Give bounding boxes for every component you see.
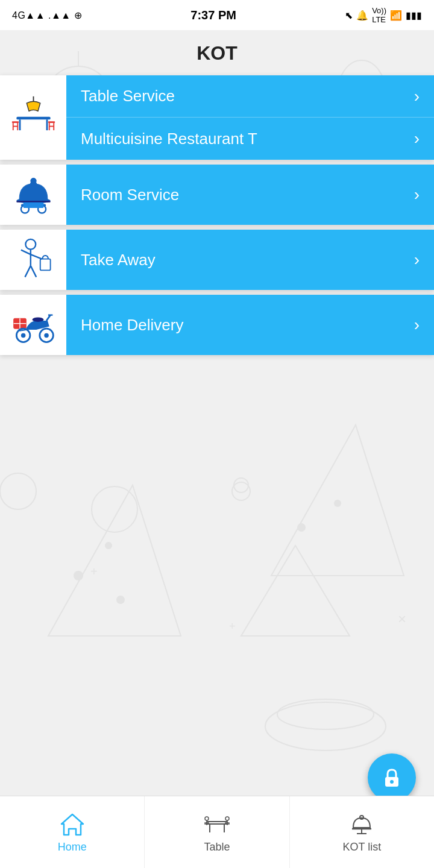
svg-point-8 <box>297 523 306 532</box>
svg-text:+: + <box>90 565 98 578</box>
svg-point-4 <box>74 571 83 580</box>
room-service-label: Room Service <box>81 186 179 204</box>
take-away-label: Take Away <box>81 251 156 269</box>
svg-rect-28 <box>48 121 54 123</box>
menu-item-table-service: Table Service › Multicuisine Restaurant … <box>0 75 434 160</box>
menu-item-room-service: Room Service › <box>0 165 434 225</box>
room-service-row[interactable]: Room Service › <box>66 165 434 225</box>
home-delivery-icon-box <box>0 295 66 355</box>
home-delivery-row[interactable]: Home Delivery › <box>66 295 434 355</box>
nav-kot-list[interactable]: KOT list <box>290 796 434 868</box>
svg-point-19 <box>234 478 248 492</box>
menu-item-take-away: Take Away › <box>0 230 434 290</box>
svg-point-68 <box>205 817 209 820</box>
svg-text:×: × <box>398 611 406 627</box>
svg-point-54 <box>44 333 49 338</box>
svg-line-46 <box>30 265 36 277</box>
table-service-icon-box <box>0 75 66 160</box>
svg-point-5 <box>105 542 112 549</box>
status-left: 4G▲▲ .▲▲ ⊕ <box>12 10 82 21</box>
nav-home[interactable]: Home <box>0 796 145 868</box>
chevron-right-icon: › <box>414 87 420 106</box>
svg-rect-44 <box>40 259 50 270</box>
table-service-icon <box>11 95 56 140</box>
multicuisine-row[interactable]: Multicuisine Restaurant T › <box>66 118 434 160</box>
kot-list-label: KOT list <box>342 841 381 854</box>
take-away-icon-box <box>0 230 66 290</box>
svg-point-33 <box>30 178 36 183</box>
svg-point-13 <box>92 486 137 532</box>
home-icon <box>59 811 86 837</box>
table-service-label: Table Service <box>81 87 175 105</box>
bluetooth-icon: ⬉ <box>345 10 353 21</box>
multicuisine-label: Multicuisine Restaurant T <box>81 130 257 148</box>
table-service-rows: Table Service › Multicuisine Restaurant … <box>66 75 434 160</box>
svg-point-9 <box>334 500 341 507</box>
take-away-row[interactable]: Take Away › <box>66 230 434 290</box>
table-icon <box>204 811 230 837</box>
chevron-right-icon: › <box>414 185 420 204</box>
table-service-row[interactable]: Table Service › <box>66 75 434 118</box>
svg-point-59 <box>390 780 394 784</box>
chevron-right-icon: › <box>414 250 420 269</box>
home-delivery-icon <box>11 303 56 348</box>
home-delivery-rows: Home Delivery › <box>66 295 434 355</box>
svg-rect-39 <box>23 202 43 207</box>
svg-line-45 <box>25 265 30 277</box>
svg-point-14 <box>232 482 250 500</box>
main-content: KOT <box>0 30 434 360</box>
svg-point-11 <box>277 699 374 729</box>
status-right: ⬉ 🔔 Vo))LTE 📶 ▮▮▮ <box>345 6 422 24</box>
table-label: Table <box>204 841 230 854</box>
svg-point-12 <box>0 473 36 509</box>
room-service-rows: Room Service › <box>66 165 434 225</box>
chevron-right-icon: › <box>414 129 420 148</box>
svg-line-51 <box>46 315 51 320</box>
svg-text:+: + <box>229 620 236 632</box>
wifi-icon: 📶 <box>390 10 402 21</box>
chevron-right-icon: › <box>414 315 420 335</box>
battery-icon: ▮▮▮ <box>406 10 422 21</box>
svg-point-10 <box>265 702 386 750</box>
svg-rect-21 <box>16 116 50 119</box>
bottom-nav: Home Table <box>0 796 434 868</box>
nav-table[interactable]: Table <box>145 796 289 868</box>
header: KOT <box>0 30 434 75</box>
svg-point-6 <box>116 596 125 604</box>
take-away-rows: Take Away › <box>66 230 434 290</box>
page-title: KOT <box>0 42 434 64</box>
svg-marker-15 <box>241 546 350 636</box>
home-delivery-label: Home Delivery <box>81 316 184 335</box>
svg-point-56 <box>20 333 25 338</box>
menu-list: Table Service › Multicuisine Restaurant … <box>0 75 434 360</box>
svg-rect-24 <box>11 121 18 123</box>
home-label: Home <box>58 841 87 854</box>
room-service-icon-box <box>0 165 66 225</box>
svg-line-42 <box>20 250 30 254</box>
svg-marker-3 <box>48 485 181 636</box>
status-bar: 4G▲▲ .▲▲ ⊕ 7:37 PM ⬉ 🔔 Vo))LTE 📶 ▮▮▮ <box>0 0 434 30</box>
svg-point-50 <box>32 317 43 322</box>
room-service-icon <box>11 172 56 218</box>
kot-list-icon <box>348 811 375 837</box>
svg-rect-35 <box>16 200 50 202</box>
svg-line-43 <box>30 254 42 259</box>
svg-marker-60 <box>61 814 83 835</box>
lock-fab[interactable] <box>368 753 416 802</box>
menu-item-home-delivery: Home Delivery › <box>0 295 434 355</box>
svg-rect-61 <box>207 822 227 824</box>
bell-icon: 🔔 <box>356 10 368 21</box>
status-time: 7:37 PM <box>190 8 236 22</box>
lte-icon: Vo))LTE <box>372 6 386 24</box>
svg-point-40 <box>25 239 36 249</box>
lock-icon <box>380 766 403 789</box>
take-away-icon <box>11 237 56 283</box>
svg-point-69 <box>225 817 229 820</box>
